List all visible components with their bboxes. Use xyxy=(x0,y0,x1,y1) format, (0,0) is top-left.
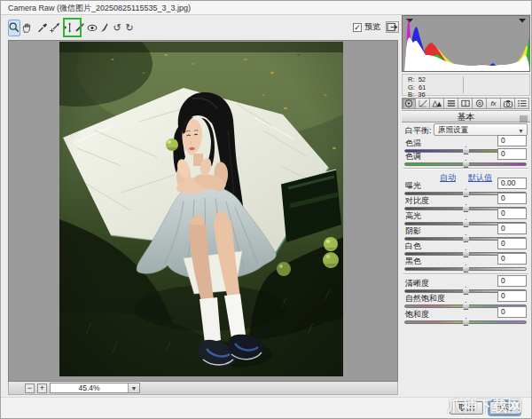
red-eye-tool-icon xyxy=(86,21,98,34)
shadows-value[interactable]: 0 xyxy=(497,223,527,234)
adjustment-brush-tool-button[interactable] xyxy=(98,20,111,36)
temperature-label: 色温 xyxy=(405,138,421,149)
tab-detail[interactable] xyxy=(430,98,444,109)
zoom-tool-button[interactable] xyxy=(8,20,20,36)
color-sampler-tool-button[interactable] xyxy=(49,20,61,36)
panel-tabs: fx xyxy=(402,98,529,109)
highlights-label: 高光 xyxy=(405,210,421,222)
vibrance-value[interactable]: 0 xyxy=(497,290,527,302)
hand-tool-button[interactable] xyxy=(20,20,33,36)
blacks-label: 黑色 xyxy=(405,256,421,267)
tab-hsl-grayscale[interactable] xyxy=(444,98,458,109)
camera-calibration-tab-icon xyxy=(503,99,513,109)
basic-tab-icon xyxy=(403,99,414,109)
tint-label: 色调 xyxy=(405,151,421,162)
hsl-grayscale-tab-icon xyxy=(446,99,457,109)
slider-thumb[interactable] xyxy=(462,318,470,326)
adjustments-panel: R: 52 G: 61 B: 36 fx 基本 白平衡: 原照设置 ▼ xyxy=(402,15,530,394)
highlight-clipping-indicator[interactable] xyxy=(519,19,526,23)
image-preview-area[interactable] xyxy=(8,40,398,382)
tint-slider[interactable] xyxy=(404,162,527,166)
tint-value[interactable]: 0 xyxy=(497,148,527,160)
white-balance-tool-icon xyxy=(36,21,49,34)
temperature-value[interactable]: 0 xyxy=(497,135,527,146)
spot-removal-tool-button[interactable] xyxy=(74,20,86,36)
chevron-down-icon[interactable]: ▼ xyxy=(128,383,139,392)
effects-tab-icon: fx xyxy=(490,99,496,107)
rgb-divider xyxy=(463,76,464,93)
saturation-label: 饱和度 xyxy=(405,309,429,320)
tab-split-toning[interactable] xyxy=(458,98,473,109)
watermark: 爪神下载网 xyxy=(447,396,522,416)
histogram[interactable] xyxy=(402,15,530,72)
tab-effects[interactable]: fx xyxy=(487,98,501,109)
preview-checkbox-label: 预览 xyxy=(364,21,380,33)
white-balance-tool-button[interactable] xyxy=(36,20,49,36)
shadow-clipping-indicator[interactable] xyxy=(406,19,413,23)
zoom-tool-icon xyxy=(8,21,20,34)
rotate-right-icon: ↻ xyxy=(125,23,133,33)
rgb-readout: R: 52 G: 61 B: 36 xyxy=(402,74,530,96)
tab-tone-curve[interactable] xyxy=(416,98,430,109)
panel-header: 基本 xyxy=(402,110,530,123)
presets-tab-icon xyxy=(517,99,528,109)
zoom-bar: − + 45.4% ▼ xyxy=(8,382,398,395)
whites-value[interactable]: 0 xyxy=(497,238,527,249)
zoom-in-button[interactable]: + xyxy=(37,383,47,393)
toggle-fullscreen-button[interactable] xyxy=(386,21,399,33)
detail-tab-icon xyxy=(432,99,442,109)
slider-thumb[interactable] xyxy=(462,265,470,273)
vibrance-label: 自然饱和度 xyxy=(405,293,445,304)
panel-header-title: 基本 xyxy=(458,112,475,122)
split-toning-tab-icon xyxy=(460,99,471,109)
tint-slider-row: 色调 0 xyxy=(402,150,530,167)
white-balance-value: 原照设置 xyxy=(438,125,468,134)
tab-camera-calibration[interactable] xyxy=(501,98,515,109)
saturation-slider-row: 饱和度 0 xyxy=(402,308,530,325)
white-balance-row: 白平衡: 原照设置 ▼ xyxy=(402,123,530,136)
rotate-right-button[interactable]: ↻ xyxy=(123,20,136,36)
exposure-label: 曝光 xyxy=(405,180,421,192)
saturation-slider[interactable] xyxy=(404,320,527,324)
saturation-value[interactable]: 0 xyxy=(497,306,527,318)
zoom-level-value: 45.4% xyxy=(51,383,128,392)
spot-removal-tool-icon xyxy=(74,21,86,34)
slider-thumb[interactable] xyxy=(462,160,470,168)
adjustment-brush-tool-icon xyxy=(98,21,111,34)
hand-tool-icon xyxy=(20,21,33,34)
highlights-value[interactable]: 0 xyxy=(497,208,527,219)
blacks-value[interactable]: 0 xyxy=(497,253,527,265)
tab-basic[interactable] xyxy=(402,98,416,109)
clarity-value[interactable]: 0 xyxy=(497,275,527,287)
whites-label: 白色 xyxy=(405,241,421,252)
white-balance-label: 白平衡: xyxy=(405,125,432,137)
lens-corrections-tab-icon xyxy=(474,99,485,109)
zoom-level-select[interactable]: 45.4% ▼ xyxy=(50,383,140,393)
white-balance-select[interactable]: 原照设置 ▼ xyxy=(434,123,528,136)
zoom-out-button[interactable]: − xyxy=(25,383,35,393)
toolbar: ↺ ↻ xyxy=(8,18,136,37)
targeted-adjustment-tool-icon xyxy=(61,21,74,34)
title-bar: Camera Raw (微信图片_20250825115535_3_3.jpg) xyxy=(1,1,531,15)
targeted-adjustment-tool-button[interactable] xyxy=(61,20,74,36)
tab-lens-corrections[interactable] xyxy=(473,98,487,109)
tab-presets[interactable] xyxy=(515,98,529,109)
photo-preview[interactable] xyxy=(59,42,343,376)
preview-checkbox[interactable]: ✓ xyxy=(353,23,362,32)
exposure-value[interactable]: 0.00 xyxy=(497,178,527,189)
contrast-value[interactable]: 0 xyxy=(497,193,527,204)
contrast-label: 对比度 xyxy=(405,195,429,207)
dialog-title: Camera Raw (微信图片_20250825115535_3_3.jpg) xyxy=(8,4,191,12)
blacks-slider-row: 黑色 0 xyxy=(402,255,530,272)
camera-raw-dialog: Camera Raw (微信图片_20250825115535_3_3.jpg)… xyxy=(0,0,532,419)
rotate-left-button[interactable]: ↺ xyxy=(111,20,123,36)
preview-toggle[interactable]: ✓ 预览 xyxy=(353,21,380,33)
blacks-slider[interactable] xyxy=(404,267,527,271)
tone-curve-tab-icon xyxy=(418,99,428,109)
red-eye-tool-button[interactable] xyxy=(86,20,98,36)
clarity-label: 清晰度 xyxy=(405,278,429,289)
toggle-fullscreen-icon xyxy=(387,20,398,36)
rotate-left-icon: ↺ xyxy=(113,23,121,33)
section-divider xyxy=(403,168,528,170)
shadows-label: 阴影 xyxy=(405,225,421,237)
